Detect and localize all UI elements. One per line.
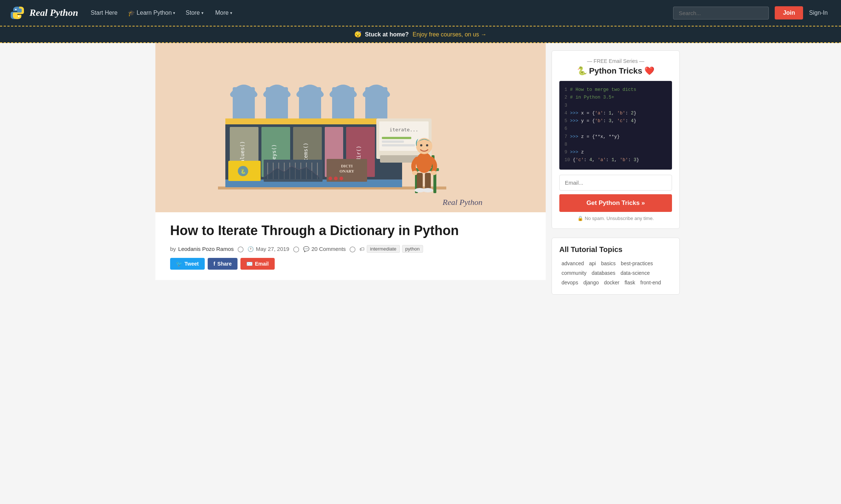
svg-text:iterate...: iterate... (390, 127, 418, 132)
facebook-icon: f (214, 261, 215, 267)
topic-databases[interactable]: databases (590, 269, 618, 277)
graduation-icon: 🎓 (128, 10, 135, 17)
svg-point-56 (416, 152, 432, 173)
topic-api[interactable]: api (587, 259, 598, 268)
page-layout: values() keys() items() dir() (155, 43, 686, 302)
topic-best-practices[interactable]: best-practices (619, 259, 655, 268)
svg-text:Real Python: Real Python (442, 198, 482, 207)
svg-rect-62 (417, 173, 423, 189)
svg-rect-27 (382, 144, 415, 146)
banner-link[interactable]: Enjoy free courses, on us → (413, 31, 487, 38)
svg-point-57 (416, 138, 432, 154)
article-title: How to Iterate Through a Dictionary in P… (170, 223, 531, 238)
nav-learn-python[interactable]: 🎓 🎓 Learn Python Learn Python ▾ (124, 7, 179, 19)
chevron-down-icon-store: ▾ (201, 11, 204, 15)
meta-separator-1: ◯ (237, 246, 244, 252)
svg-text:ONARY: ONARY (339, 169, 354, 173)
svg-point-58 (420, 144, 422, 146)
main-content: values() keys() items() dir() (155, 43, 546, 280)
navbar: Real Python Start Here 🎓 🎓 Learn Python … (0, 0, 841, 26)
svg-point-51 (339, 177, 343, 180)
banner-bold-text: Stuck at home? (365, 31, 409, 38)
tutorial-topics-widget: All Tutorial Topics advanced api basics … (552, 238, 680, 295)
meta-separator-2: ◯ (293, 246, 299, 252)
tweet-button[interactable]: 🐦 Tweet (170, 258, 205, 270)
article-meta: by Leodanis Pozo Ramos ◯ 🕐 May 27, 2019 … (170, 245, 531, 253)
topic-flask[interactable]: flask (622, 278, 637, 287)
nav-store[interactable]: Store ▾ (180, 7, 208, 19)
email-button[interactable]: ✉️ Email (240, 258, 274, 270)
svg-point-61 (431, 171, 437, 175)
topic-advanced[interactable]: advanced (559, 259, 586, 268)
svg-rect-11 (225, 118, 402, 124)
logo-link[interactable]: Real Python (9, 4, 78, 21)
topics-list: advanced api basics best-practices commu… (559, 259, 672, 287)
svg-text:DICTI: DICTI (341, 164, 353, 168)
article-by: by (170, 246, 176, 252)
all-topics-title: All Tutorial Topics (559, 245, 672, 254)
svg-text:dir(): dir() (356, 146, 362, 161)
no-spam-text: 🔒 No spam. Unsubscribe any time. (559, 216, 672, 221)
article-author[interactable]: Leodanis Pozo Ramos (178, 246, 234, 252)
signin-link[interactable]: Sign-In (805, 7, 832, 19)
twitter-icon: 🐦 (176, 261, 182, 267)
svg-rect-63 (425, 173, 431, 189)
join-button[interactable]: Join (775, 6, 803, 19)
article-date: May 27, 2019 (256, 246, 289, 252)
svg-text:🐍: 🐍 (240, 168, 246, 174)
free-email-series-label: — FREE Email Series — (559, 58, 672, 64)
sidebar: — FREE Email Series — 🐍 Python Tricks ❤️… (546, 43, 686, 302)
article-hero-image: values() keys() items() dir() (155, 43, 546, 212)
nav-more[interactable]: More ▾ (210, 7, 237, 19)
search-input[interactable] (673, 7, 769, 19)
tag-icon: 🏷 (359, 246, 365, 252)
tag-intermediate[interactable]: intermediate (367, 245, 400, 253)
svg-rect-26 (382, 141, 404, 143)
banner-emoji: 😴 (354, 31, 362, 38)
share-buttons: 🐦 Tweet f Share ✉️ Email (170, 258, 531, 270)
tag-python[interactable]: python (402, 245, 423, 253)
svg-point-59 (426, 144, 428, 146)
code-block: 1 # How to merge two dicts 2 # in Python… (559, 81, 672, 170)
topic-front-end[interactable]: front-end (638, 278, 663, 287)
comment-icon: 💬 (303, 246, 309, 252)
svg-point-50 (334, 177, 338, 180)
python-tricks-title: 🐍 Python Tricks ❤️ (559, 66, 672, 76)
logo-icon (9, 4, 26, 21)
email-input[interactable] (559, 175, 672, 191)
get-python-tricks-button[interactable]: Get Python Tricks » (559, 194, 672, 212)
share-button[interactable]: f Share (208, 258, 238, 270)
topic-community[interactable]: community (559, 269, 589, 277)
topic-basics[interactable]: basics (599, 259, 618, 268)
chevron-down-icon: ▾ (173, 11, 175, 15)
chevron-down-icon-more: ▾ (230, 11, 232, 15)
article-illustration: values() keys() items() dir() (196, 47, 505, 209)
meta-separator-3: ◯ (349, 246, 356, 252)
svg-rect-25 (382, 137, 411, 139)
topic-devops[interactable]: devops (559, 278, 580, 287)
snake-emoji: 🐍 (577, 66, 587, 76)
nav-start-here[interactable]: Start Here (85, 7, 123, 19)
topic-docker[interactable]: docker (602, 278, 622, 287)
article-comments[interactable]: 20 Comments (312, 246, 346, 252)
svg-point-1 (15, 9, 17, 10)
topic-data-science[interactable]: data-science (618, 269, 652, 277)
svg-point-2 (18, 15, 20, 17)
python-tricks-widget: — FREE Email Series — 🐍 Python Tricks ❤️… (552, 50, 680, 229)
heart-emoji: ❤️ (644, 66, 654, 76)
topic-django[interactable]: django (581, 278, 601, 287)
email-icon: ✉️ (246, 261, 253, 267)
svg-point-49 (328, 177, 332, 180)
svg-point-65 (423, 188, 433, 192)
logo-text: Real Python (29, 7, 78, 18)
clock-icon: 🕐 (247, 246, 254, 252)
article-body: How to Iterate Through a Dictionary in P… (155, 212, 546, 280)
promo-banner: 😴 Stuck at home? Enjoy free courses, on … (0, 26, 841, 43)
